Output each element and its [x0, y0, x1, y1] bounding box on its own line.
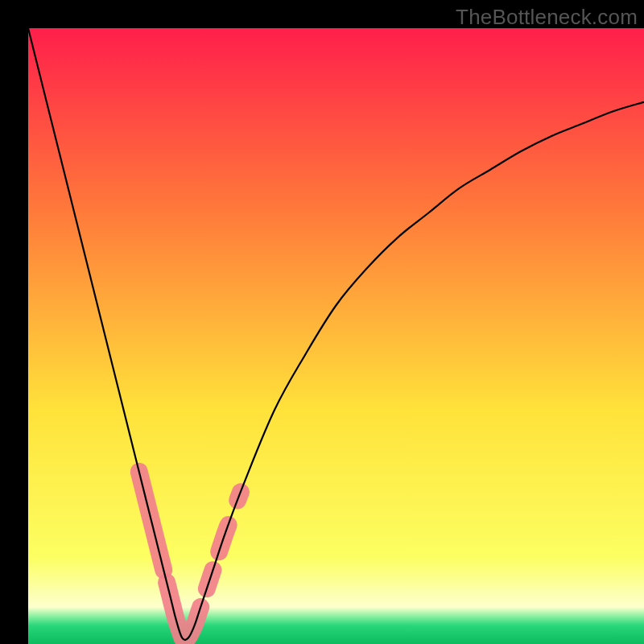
chart-svg: [28, 28, 644, 644]
plot-area: [28, 28, 644, 644]
watermark-text: TheBottleneck.com: [456, 5, 638, 30]
chart-container: TheBottleneck.com: [0, 0, 644, 644]
chart-background: [28, 28, 644, 644]
